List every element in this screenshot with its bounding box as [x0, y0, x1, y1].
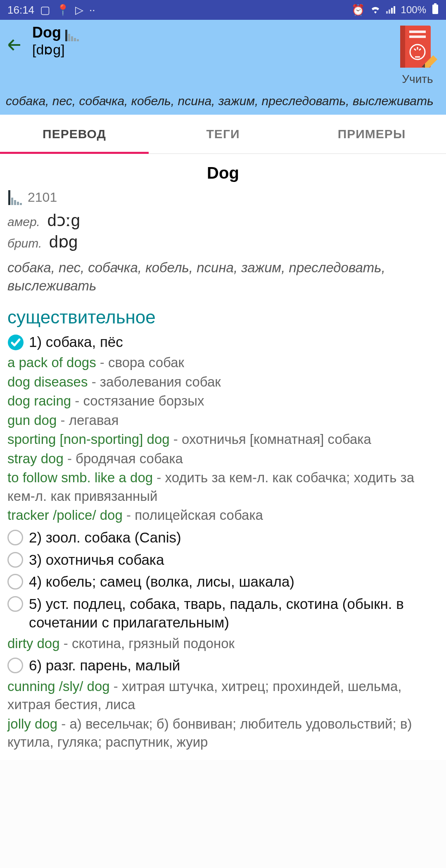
sense-text: 3) охотничья собака — [29, 550, 164, 569]
phrase-item[interactable]: dirty dog - скотина, грязный подонок — [7, 634, 439, 653]
radio-checked-icon[interactable] — [7, 334, 24, 351]
svg-rect-1 — [432, 5, 438, 14]
content[interactable]: Dog 2101 амер. dɔːg брит. dɒg собака, пе… — [0, 164, 446, 760]
wifi-icon — [370, 4, 380, 17]
pron-uk: брит. dɒg — [7, 232, 439, 251]
sense-item[interactable]: 2) зоол. собака (Canis) — [7, 528, 439, 547]
learn-button[interactable]: Учить — [395, 24, 440, 86]
frequency-row: 2101 — [7, 190, 439, 205]
phrase-list: a pack of dogs - свора собакdog diseases… — [7, 354, 439, 525]
entry-brief: собака, пес, собачка, кобель, псина, заж… — [7, 259, 439, 295]
arrow-left-icon — [6, 36, 23, 54]
headword: Dog — [32, 24, 61, 41]
phrase-item[interactable]: stray dog - бродячая собака — [7, 450, 439, 468]
frequency-count: 2101 — [28, 190, 57, 205]
more-icon: ·· — [89, 4, 95, 17]
sense-item[interactable]: 5) уст. подлец, собака, тварь, падаль, с… — [7, 594, 439, 632]
header: Dog [dɒg] Учить собака, пес, соб — [0, 20, 446, 115]
radio-unchecked-icon[interactable] — [7, 658, 24, 674]
status-bar: 16:14 ▢ 📍 ▷ ·· ⏰ 100% — [0, 0, 446, 20]
status-time: 16:14 — [7, 4, 34, 17]
sense-text: 4) кобель; самец (волка, лисы, шакала) — [29, 572, 294, 591]
phrase-item[interactable]: sporting [non-sporting] dog - охотничья … — [7, 430, 439, 449]
radio-unchecked-icon[interactable] — [7, 530, 24, 546]
radio-unchecked-icon[interactable] — [7, 552, 24, 568]
phrase-item[interactable]: jolly dog - а) весельчак; б) бонвиван; л… — [7, 715, 439, 752]
svg-rect-4 — [409, 31, 426, 33]
location-icon: 📍 — [56, 4, 69, 17]
phrase-item[interactable]: tracker /police/ dog - полицейская собак… — [7, 506, 439, 525]
back-button[interactable] — [6, 24, 32, 55]
svg-rect-0 — [434, 3, 437, 5]
play-icon: ▷ — [75, 4, 83, 17]
book-lightbulb-icon — [397, 24, 438, 69]
frequency-bars-icon — [65, 30, 79, 41]
phrase-list: cunning /sly/ dog - хитрая штучка, хитре… — [7, 677, 439, 752]
image-icon: ▢ — [40, 4, 50, 17]
part-of-speech: существительное — [7, 307, 439, 328]
tab-translation[interactable]: ПЕРЕВОД — [0, 115, 149, 153]
phrase-item[interactable]: dog racing - состязание борзых — [7, 392, 439, 410]
sense-text: 6) разг. парень, малый — [29, 656, 180, 675]
tab-examples[interactable]: ПРИМЕРЫ — [297, 115, 446, 153]
sense-text: 1) собака, пёс — [29, 333, 123, 351]
sense-item[interactable]: 4) кобель; самец (волка, лисы, шакала) — [7, 572, 439, 591]
word-block: Dog [dɒg] — [32, 24, 395, 58]
phrase-item[interactable]: dog diseases - заболевания собак — [7, 373, 439, 392]
phrase-item[interactable]: to follow smb. like a dog - ходить за ке… — [7, 469, 439, 505]
radio-unchecked-icon[interactable] — [7, 574, 24, 590]
tabs: ПЕРЕВОД ТЕГИ ПРИМЕРЫ — [0, 115, 446, 154]
svg-rect-5 — [409, 35, 426, 38]
alarm-icon: ⏰ — [351, 4, 365, 17]
pron-us: амер. dɔːg — [7, 211, 439, 230]
tab-tags[interactable]: ТЕГИ — [149, 115, 297, 153]
svg-rect-3 — [400, 26, 405, 68]
sense-item[interactable]: 3) охотничья собака — [7, 550, 439, 569]
battery-percent: 100% — [401, 4, 426, 16]
entry-title: Dog — [7, 164, 439, 182]
phrase-list: dirty dog - скотина, грязный подонок — [7, 634, 439, 653]
phrase-item[interactable]: cunning /sly/ dog - хитрая штучка, хитре… — [7, 677, 439, 714]
ipa-text: [dɒg] — [32, 41, 395, 58]
radio-unchecked-icon[interactable] — [7, 596, 24, 613]
sense-text: 2) зоол. собака (Canis) — [29, 528, 181, 547]
learn-label: Учить — [395, 73, 440, 86]
brief-translations: собака, пес, собачка, кобель, псина, заж… — [6, 93, 440, 109]
sense-item[interactable]: 6) разг. парень, малый — [7, 656, 439, 675]
frequency-bars-icon — [8, 190, 22, 205]
sense-item[interactable]: 1) собака, пёс — [7, 333, 439, 351]
tab-underline — [0, 152, 149, 154]
sense-text: 5) уст. подлец, собака, тварь, падаль, с… — [29, 594, 439, 632]
phrase-item[interactable]: gun dog - легавая — [7, 411, 439, 430]
signal-icon — [386, 6, 395, 14]
battery-icon — [432, 3, 439, 17]
phrase-item[interactable]: a pack of dogs - свора собак — [7, 354, 439, 372]
